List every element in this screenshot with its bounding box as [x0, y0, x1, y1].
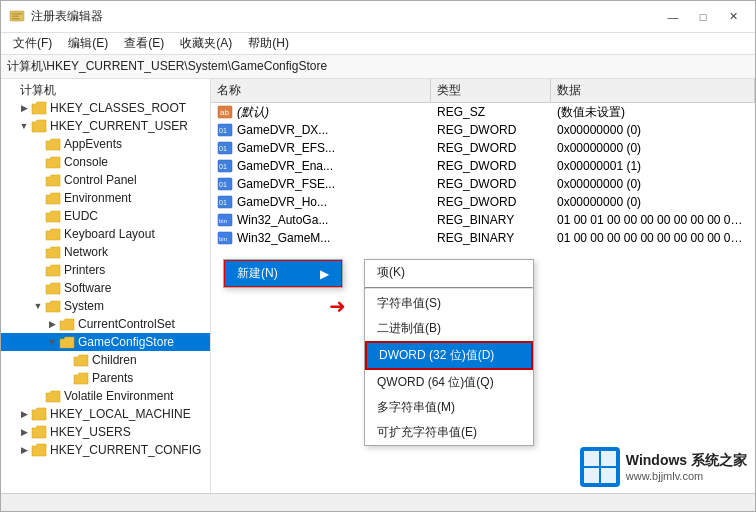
list-cell-type: REG_DWORD [431, 158, 551, 174]
list-row[interactable]: 01GameDVR_Ho...REG_DWORD0x00000000 (0) [211, 193, 755, 211]
svg-text:bin: bin [219, 218, 227, 224]
folder-icon [45, 209, 61, 223]
tree-item-label: Children [92, 353, 137, 367]
address-text: 计算机\HKEY_CURRENT_USER\System\GameConfigS… [7, 58, 327, 75]
tree-item-label: Software [64, 281, 111, 295]
content-area: 计算机▶HKEY_CLASSES_ROOT▼HKEY_CURRENT_USERA… [1, 79, 755, 493]
menubar-item[interactable]: 编辑(E) [60, 34, 116, 53]
tree-item[interactable]: ▼HKEY_CURRENT_USER [1, 117, 210, 135]
expand-icon[interactable]: ▶ [45, 319, 59, 329]
tree-item[interactable]: Environment [1, 189, 210, 207]
list-row[interactable]: ab(默认)REG_SZ(数值未设置) [211, 103, 755, 121]
tree-item[interactable]: Printers [1, 261, 210, 279]
list-cell-data: 0x00000000 (0) [551, 176, 755, 192]
expand-icon[interactable]: ▶ [17, 445, 31, 455]
list-cell-name-text: GameDVR_FSE... [237, 177, 335, 191]
title-bar-left: 注册表编辑器 [9, 8, 103, 25]
list-row[interactable]: 01GameDVR_EFS...REG_DWORD0x00000000 (0) [211, 139, 755, 157]
list-cell-type: REG_BINARY [431, 230, 551, 246]
tree-item[interactable]: ▶CurrentControlSet [1, 315, 210, 333]
folder-icon [45, 245, 61, 259]
list-body[interactable]: ab(默认)REG_SZ(数值未设置)01GameDVR_DX...REG_DW… [211, 103, 755, 493]
tree-item-label: Keyboard Layout [64, 227, 155, 241]
minimize-button[interactable]: — [659, 7, 687, 27]
tree-item[interactable]: ▼System [1, 297, 210, 315]
tree-item-label: HKEY_CURRENT_CONFIG [50, 443, 201, 457]
list-row[interactable]: 01GameDVR_Ena...REG_DWORD0x00000001 (1) [211, 157, 755, 175]
list-cell-data: 0x00000001 (1) [551, 158, 755, 174]
close-button[interactable]: ✕ [719, 7, 747, 27]
list-cell-type: REG_BINARY [431, 212, 551, 228]
tree-item-label: 计算机 [20, 82, 56, 99]
list-row[interactable]: binWin32_AutoGa...REG_BINARY01 00 01 00 … [211, 211, 755, 229]
menubar: 文件(F)编辑(E)查看(E)收藏夹(A)帮助(H) [1, 33, 755, 55]
list-cell-type: REG_DWORD [431, 176, 551, 192]
tree-item[interactable]: Volatile Environment [1, 387, 210, 405]
tree-item-label: Environment [64, 191, 131, 205]
tree-item[interactable]: ▶HKEY_USERS [1, 423, 210, 441]
svg-rect-3 [12, 18, 20, 20]
tree-item[interactable]: Console [1, 153, 210, 171]
tree-item[interactable]: ▶HKEY_CURRENT_CONFIG [1, 441, 210, 459]
tree-item[interactable]: ▼GameConfigStore [1, 333, 210, 351]
title-text: 注册表编辑器 [31, 8, 103, 25]
expand-icon[interactable]: ▶ [17, 409, 31, 419]
tree-item[interactable]: Control Panel [1, 171, 210, 189]
folder-icon [45, 155, 61, 169]
menubar-item[interactable]: 收藏夹(A) [172, 34, 240, 53]
list-cell-name: 01GameDVR_FSE... [211, 176, 431, 192]
list-row[interactable]: binWin32_GameM...REG_BINARY01 00 00 00 0… [211, 229, 755, 247]
folder-icon [59, 335, 75, 349]
tree-item[interactable]: Software [1, 279, 210, 297]
folder-icon [45, 389, 61, 403]
list-cell-data: 0x00000000 (0) [551, 194, 755, 210]
folder-icon [45, 263, 61, 277]
tree-item-label: HKEY_LOCAL_MACHINE [50, 407, 191, 421]
menubar-item[interactable]: 文件(F) [5, 34, 60, 53]
header-type: 类型 [431, 79, 551, 102]
list-cell-data: 01 00 00 00 00 00 00 00 00 00 00 00 00 0… [551, 230, 755, 246]
list-cell-name: 01GameDVR_Ho... [211, 194, 431, 210]
status-bar [1, 493, 755, 511]
list-row[interactable]: 01GameDVR_FSE...REG_DWORD0x00000000 (0) [211, 175, 755, 193]
folder-icon [45, 173, 61, 187]
app-icon [9, 9, 25, 25]
svg-text:ab: ab [220, 108, 229, 117]
tree-item-label: HKEY_CLASSES_ROOT [50, 101, 186, 115]
menubar-item[interactable]: 帮助(H) [240, 34, 297, 53]
svg-rect-1 [12, 13, 22, 15]
folder-icon [45, 299, 61, 313]
list-cell-name-text: Win32_AutoGa... [237, 213, 328, 227]
tree-panel[interactable]: 计算机▶HKEY_CLASSES_ROOT▼HKEY_CURRENT_USERA… [1, 79, 211, 493]
list-cell-name-text: GameDVR_Ena... [237, 159, 333, 173]
list-cell-data: 0x00000000 (0) [551, 140, 755, 156]
tree-item[interactable]: Parents [1, 369, 210, 387]
maximize-button[interactable]: □ [689, 7, 717, 27]
tree-item[interactable]: Keyboard Layout [1, 225, 210, 243]
folder-icon [45, 281, 61, 295]
expand-icon[interactable]: ▼ [17, 121, 31, 131]
expand-icon[interactable]: ▼ [31, 301, 45, 311]
tree-item[interactable]: EUDC [1, 207, 210, 225]
list-cell-name-text: GameDVR_DX... [237, 123, 328, 137]
tree-item[interactable]: 计算机 [1, 81, 210, 99]
tree-item[interactable]: Children [1, 351, 210, 369]
tree-item[interactable]: Network [1, 243, 210, 261]
list-cell-name: 01GameDVR_EFS... [211, 140, 431, 156]
main-window: 注册表编辑器 — □ ✕ 文件(F)编辑(E)查看(E)收藏夹(A)帮助(H) … [0, 0, 756, 512]
expand-icon[interactable]: ▶ [17, 427, 31, 437]
tree-item[interactable]: ▶HKEY_CLASSES_ROOT [1, 99, 210, 117]
menubar-item[interactable]: 查看(E) [116, 34, 172, 53]
list-cell-data: 0x00000000 (0) [551, 122, 755, 138]
list-header: 名称 类型 数据 [211, 79, 755, 103]
list-row[interactable]: 01GameDVR_DX...REG_DWORD0x00000000 (0) [211, 121, 755, 139]
list-cell-name-text: GameDVR_EFS... [237, 141, 335, 155]
list-cell-type: REG_DWORD [431, 140, 551, 156]
title-bar: 注册表编辑器 — □ ✕ [1, 1, 755, 33]
tree-item[interactable]: AppEvents [1, 135, 210, 153]
expand-icon[interactable]: ▼ [45, 337, 59, 347]
folder-icon [45, 137, 61, 151]
tree-item-label: CurrentControlSet [78, 317, 175, 331]
expand-icon[interactable]: ▶ [17, 103, 31, 113]
tree-item[interactable]: ▶HKEY_LOCAL_MACHINE [1, 405, 210, 423]
